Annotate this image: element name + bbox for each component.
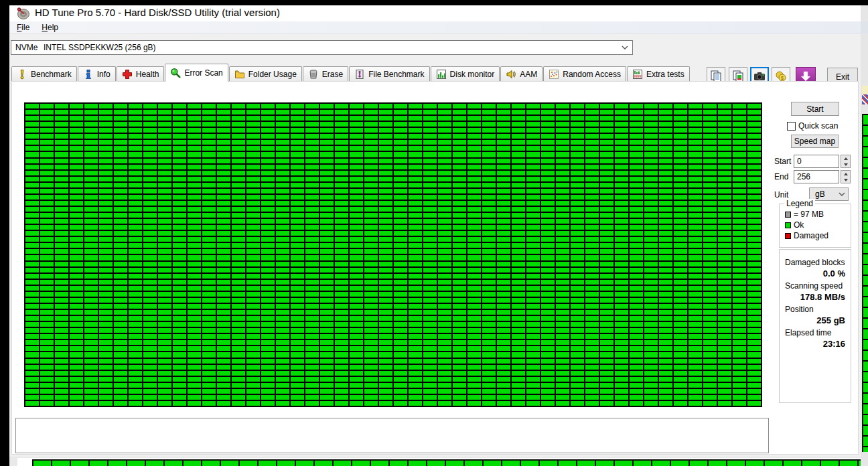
menu-file[interactable]: File — [11, 22, 35, 33]
scan-block — [55, 401, 68, 406]
scan-block — [25, 134, 39, 139]
tab-folder-usage[interactable]: Folder Usage — [229, 66, 302, 82]
scan-block — [718, 334, 731, 339]
scan-block — [394, 352, 407, 357]
start-input[interactable]: 0 — [794, 155, 839, 168]
scan-block — [438, 219, 451, 224]
scan-block — [55, 365, 68, 370]
scan-block — [556, 371, 569, 376]
tab-random-access[interactable]: Random Access — [543, 66, 626, 82]
tab-file-benchmark[interactable]: File Benchmark — [349, 66, 429, 82]
tab-aam[interactable]: AAM — [500, 66, 542, 82]
scan-block — [364, 262, 378, 266]
scan-block — [320, 201, 334, 206]
drive-select[interactable]: NVMe INTEL SSDPEKKW25 (256 gB) — [11, 40, 633, 55]
scan-block — [615, 340, 628, 345]
scan-block — [541, 292, 555, 297]
tab-health[interactable]: Health — [117, 66, 165, 82]
end-input[interactable]: 256 — [794, 170, 839, 183]
scan-block — [600, 146, 613, 151]
spin-up-icon[interactable] — [841, 155, 850, 161]
scan-block — [246, 346, 260, 351]
scan-block — [291, 195, 304, 200]
scan-block — [246, 383, 260, 388]
tab-label: File Benchmark — [368, 70, 424, 79]
scan-block — [512, 195, 525, 200]
scan-block — [703, 304, 717, 309]
scan-block — [423, 286, 437, 291]
scan-block — [276, 365, 289, 370]
scan-block — [158, 213, 171, 218]
scan-block — [25, 322, 39, 327]
scan-block — [202, 292, 216, 297]
end-spinner[interactable] — [841, 170, 851, 183]
scan-block — [84, 359, 98, 364]
scan-block — [689, 371, 702, 376]
scan-block — [467, 340, 481, 345]
scan-block — [55, 249, 68, 254]
scan-block — [188, 292, 201, 297]
start-spinner[interactable] — [841, 155, 851, 168]
scan-block — [40, 159, 54, 163]
scan-block — [556, 262, 569, 266]
scan-block — [188, 328, 201, 333]
scan-block — [512, 237, 525, 242]
scan-block — [644, 201, 658, 206]
scan-block — [659, 304, 672, 309]
menu-help[interactable]: Help — [35, 22, 64, 33]
scan-block — [379, 183, 392, 187]
scan-block — [232, 304, 245, 309]
scan-block — [747, 219, 761, 224]
scan-block — [482, 359, 496, 364]
scan-block — [217, 116, 230, 121]
scan-block — [143, 243, 157, 248]
scan-block — [25, 219, 39, 224]
scan-block — [246, 243, 260, 248]
tab-info[interactable]: Info — [78, 66, 116, 82]
scan-block — [718, 177, 731, 181]
tab-erase[interactable]: Erase — [303, 66, 348, 82]
tab-benchmark[interactable]: Benchmark — [11, 66, 77, 82]
scan-block — [246, 255, 260, 260]
scan-block — [320, 140, 334, 145]
scan-block — [674, 171, 687, 175]
spin-down-icon[interactable] — [841, 177, 850, 183]
tab-disk-monitor[interactable]: Disk monitor — [431, 66, 500, 82]
chevron-down-icon[interactable] — [618, 42, 632, 54]
scan-block — [600, 286, 613, 291]
unit-value: gB — [815, 189, 825, 199]
scan-block — [482, 219, 496, 224]
quick-scan-checkbox[interactable] — [787, 122, 796, 131]
scan-block — [600, 352, 613, 357]
scan-block — [232, 292, 245, 297]
scan-block — [261, 383, 275, 388]
scan-block — [615, 219, 628, 224]
scan-block — [364, 334, 378, 339]
scan-block — [512, 310, 525, 315]
tab-error-scan[interactable]: Error Scan — [165, 64, 228, 82]
scan-block — [438, 177, 451, 181]
scan-block — [423, 140, 437, 145]
scan-block — [55, 352, 68, 357]
scan-block — [25, 262, 39, 266]
scan-block — [350, 274, 363, 279]
spin-up-icon[interactable] — [841, 171, 850, 177]
tab-extra-tests[interactable]: Extra tests — [627, 66, 690, 82]
scan-block — [482, 255, 496, 260]
scan-block — [25, 328, 39, 333]
scan-block — [114, 128, 127, 133]
scan-block — [55, 171, 68, 175]
scan-block — [55, 110, 68, 114]
scan-block — [143, 316, 157, 321]
scan-block — [158, 255, 171, 260]
scan-block — [305, 177, 319, 181]
scan-block — [202, 146, 216, 151]
scan-block — [409, 189, 422, 193]
scan-block — [497, 395, 510, 400]
start-scan-button[interactable]: Start — [791, 102, 839, 116]
speed-map-button[interactable]: Speed map — [791, 135, 839, 148]
scan-block — [158, 231, 171, 236]
scan-block — [526, 104, 540, 108]
spin-down-icon[interactable] — [841, 161, 850, 167]
scan-block — [158, 298, 171, 303]
